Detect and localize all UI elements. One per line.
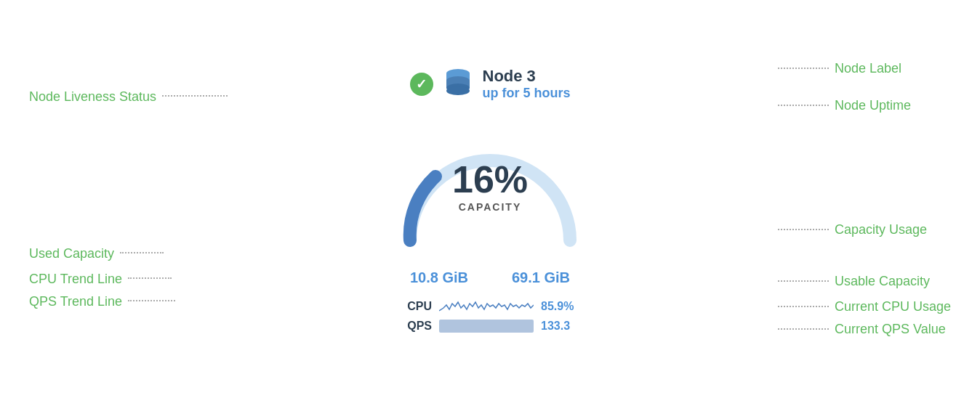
right-capacity-label: Capacity Usage (835, 222, 927, 237)
cpu-value: 85.9% (541, 300, 577, 313)
right-capacity-dots (778, 229, 829, 230)
left-used-capacity-row: Used Capacity (29, 246, 228, 261)
left-annotations: Node Liveness Status Used Capacity CPU T… (29, 0, 228, 398)
left-cpu-trend-label: CPU Trend Line (29, 272, 122, 287)
left-node-liveness-dots (162, 95, 228, 97)
right-node-uptime: Node Uptime (835, 98, 911, 113)
right-node-label: Node Label (835, 61, 901, 76)
qps-value: 133.3 (541, 320, 577, 333)
center-card: ✓ Node 3 up for 5 hours (388, 66, 592, 333)
left-node-liveness-label: Node Liveness Status (29, 89, 156, 105)
cpu-metric-row: CPU 85.9% (403, 298, 577, 315)
capacity-values: 10.8 GiB 69.1 GiB (410, 269, 570, 286)
gauge-center: 16% CAPACITY (452, 161, 528, 213)
left-used-capacity-label: Used Capacity (29, 246, 114, 261)
cpu-label: CPU (403, 300, 432, 313)
right-capacity-row: Capacity Usage (778, 222, 951, 237)
node-uptime: up for 5 hours (483, 86, 571, 101)
main-container: Node Liveness Status Used Capacity CPU T… (0, 0, 980, 398)
left-used-capacity-dots (120, 252, 164, 253)
gauge-label: CAPACITY (452, 201, 528, 213)
gauge-percent: 16% (452, 161, 528, 198)
right-node-uptime-dots (778, 105, 829, 106)
qps-metric-row: QPS 133.3 (403, 320, 577, 333)
right-cpu-label: Current CPU Usage (835, 299, 951, 314)
gauge-container: 16% CAPACITY (388, 117, 592, 262)
used-capacity-value: 10.8 GiB (410, 269, 468, 286)
right-cpu-row: Current CPU Usage (778, 299, 951, 314)
right-qps-row: Current QPS Value (778, 322, 951, 337)
database-icon (442, 66, 474, 102)
right-usable-label: Usable Capacity (835, 274, 930, 289)
qps-label: QPS (403, 320, 432, 333)
right-node-label-dots (778, 68, 829, 69)
left-qps-trend-label: QPS Trend Line (29, 294, 122, 309)
node-name: Node 3 (483, 67, 571, 86)
metrics-rows: CPU 85.9% QPS 133.3 (388, 298, 592, 333)
right-qps-label: Current QPS Value (835, 322, 946, 337)
right-node-label-row: Node Label (778, 61, 951, 76)
right-usable-row: Usable Capacity (778, 274, 951, 289)
left-cpu-trend-dots (128, 277, 172, 279)
svg-point-5 (446, 86, 470, 95)
right-node-uptime-row: Node Uptime (778, 98, 951, 113)
right-qps-dots (778, 328, 829, 330)
liveness-icon: ✓ (410, 73, 433, 96)
left-qps-trend-row: QPS Trend Line (29, 294, 228, 309)
right-usable-dots (778, 280, 829, 282)
left-cpu-trend-row: CPU Trend Line (29, 272, 228, 287)
node-info: Node 3 up for 5 hours (483, 67, 571, 101)
left-node-liveness-row: Node Liveness Status (29, 89, 228, 105)
cpu-sparkline (439, 298, 534, 315)
usable-capacity-value: 69.1 GiB (512, 269, 570, 286)
node-header: ✓ Node 3 up for 5 hours (410, 66, 571, 102)
right-annotations: Node Label Node Uptime Capacity Usage Us… (778, 0, 951, 398)
left-qps-trend-dots (128, 300, 175, 301)
right-cpu-dots (778, 306, 829, 307)
qps-bar (439, 320, 534, 333)
